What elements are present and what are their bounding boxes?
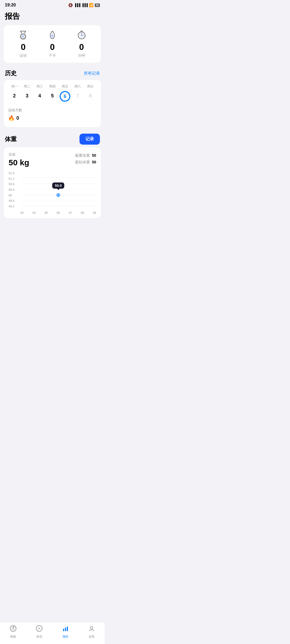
day-mon: 周一	[8, 84, 21, 89]
exercise-label: 运动	[20, 53, 27, 58]
history-header: 历史 所有记录	[0, 67, 105, 80]
weight-min-label: 最轻体重	[75, 160, 90, 164]
day-sun: 周日	[84, 84, 97, 89]
svg-line-2	[20, 31, 22, 33]
status-bar: 19:20 🔇 ▐▐▐ ▐▐▐ 📶 60	[0, 0, 105, 9]
weight-max-row: 最重体重 50	[75, 152, 96, 159]
battery-indicator: 60	[95, 3, 100, 7]
chart-tooltip: 50.0	[52, 182, 64, 189]
stat-calories: 0 千卡	[48, 30, 57, 58]
signal-icon: ▐▐▐	[74, 3, 80, 7]
weight-min-row: 最轻体重 50	[75, 159, 96, 166]
x-label-3: 06	[57, 211, 60, 214]
minutes-label: 分钟	[78, 53, 85, 58]
exercise-icon	[18, 30, 28, 41]
streak-section: 连续天数 🔥 0	[8, 104, 97, 123]
stat-minutes: 0 分钟	[77, 30, 86, 58]
stats-row: 0 运动 0 千卡 0	[9, 30, 96, 58]
weight-max-label: 最重体重	[75, 153, 90, 158]
date-3[interactable]: 3	[21, 92, 33, 101]
chart-point-inner	[57, 194, 59, 196]
weight-current-label: 目前	[9, 152, 29, 157]
status-time: 19:20	[5, 3, 16, 8]
calendar-dates: 2 3 4 5 6 7 8	[8, 92, 97, 101]
calories-icon	[48, 30, 57, 41]
status-icons: 🔇 ▐▐▐ ▐▐▐ 📶 60	[68, 3, 100, 7]
tooltip-value: 50.0	[55, 184, 61, 188]
date-6[interactable]: 6	[60, 92, 70, 101]
chart-x-labels: 03 04 05 06 07 08 09	[20, 211, 96, 214]
chart-plot-area: 50.0	[20, 171, 96, 208]
weight-chart: 51.6 51.2 50.8 50.4 50 49.6 49.2	[9, 171, 96, 214]
exercise-value: 0	[21, 42, 26, 52]
page-title: 报告	[5, 11, 100, 21]
x-label-0: 03	[20, 211, 24, 214]
streak-label: 连续天数	[8, 108, 97, 113]
chart-y-labels: 51.6 51.2 50.8 50.4 50 49.6 49.2	[9, 171, 14, 208]
mute-icon: 🔇	[68, 3, 73, 7]
date-8[interactable]: 8	[84, 92, 97, 101]
calories-label: 千卡	[49, 53, 56, 58]
streak-value: 🔥 0	[8, 115, 97, 121]
x-label-2: 05	[45, 211, 48, 214]
svg-point-9	[79, 33, 84, 38]
day-sat: 周六	[71, 84, 84, 89]
day-wed: 周三	[33, 84, 46, 89]
minutes-value: 0	[79, 42, 84, 52]
weight-header: 体重 记录	[0, 131, 105, 147]
y-label-0: 51.6	[9, 171, 14, 175]
y-label-1: 51.2	[9, 177, 14, 180]
date-7[interactable]: 7	[71, 92, 84, 101]
date-5[interactable]: 5	[46, 92, 59, 101]
weight-title: 体重	[5, 135, 17, 143]
signal2-icon: ▐▐▐	[81, 3, 88, 7]
y-label-3: 50.4	[9, 188, 14, 191]
calendar-card: 周一 周二 周三 周四 周五 周六 周日 2 3 4 5 6 7 8 连续天数 …	[4, 80, 101, 127]
weight-stats-right: 最重体重 50 最轻体重 50	[75, 152, 96, 166]
stats-card: 0 运动 0 千卡 0	[4, 25, 101, 63]
calories-value: 0	[50, 42, 55, 52]
history-title: 历史	[5, 69, 17, 77]
y-label-2: 50.8	[9, 182, 14, 186]
all-records-link[interactable]: 所有记录	[84, 71, 100, 76]
streak-count: 0	[16, 115, 19, 121]
record-weight-button[interactable]: 记录	[79, 134, 100, 145]
day-thu: 周四	[46, 84, 59, 89]
calendar-day-names: 周一 周二 周三 周四 周五 周六 周日	[8, 84, 97, 89]
wifi-icon: 📶	[89, 3, 93, 7]
x-label-1: 04	[32, 211, 36, 214]
date-2[interactable]: 2	[8, 92, 21, 101]
streak-flame-icon: 🔥	[8, 115, 15, 121]
y-label-4: 50	[9, 194, 14, 197]
day-fri: 周五	[59, 84, 71, 89]
weight-current: 目前 50 kg	[9, 152, 29, 167]
x-label-5: 08	[81, 211, 84, 214]
svg-line-3	[24, 31, 26, 33]
weight-top: 目前 50 kg 最重体重 50 最轻体重 50	[9, 152, 96, 167]
weight-current-value: 50 kg	[9, 158, 29, 167]
y-label-5: 49.6	[9, 199, 14, 202]
x-label-4: 07	[69, 211, 72, 214]
stat-exercise: 0 运动	[18, 30, 28, 58]
day-tue: 周二	[21, 84, 33, 89]
x-label-6: 09	[93, 211, 96, 214]
weight-card: 目前 50 kg 最重体重 50 最轻体重 50 51.6 51.2 50.8 …	[4, 147, 101, 218]
y-label-6: 49.2	[9, 205, 14, 208]
svg-point-5	[22, 35, 24, 38]
weight-min-value: 50	[92, 160, 96, 164]
date-4[interactable]: 4	[33, 92, 46, 101]
weight-max-value: 50	[92, 153, 96, 158]
page-header: 报告	[0, 9, 105, 25]
minutes-icon	[77, 30, 86, 41]
